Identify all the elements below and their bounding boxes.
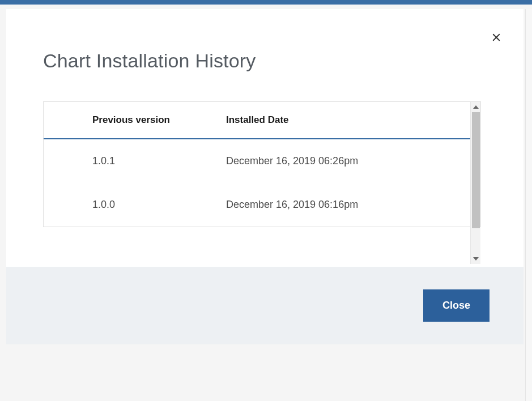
history-table-wrapper: Previous version Installed Date 1.0.1 De… xyxy=(43,101,481,227)
close-button[interactable]: Close xyxy=(423,289,490,322)
modal-title: Chart Installation History xyxy=(43,50,487,72)
table-row: 1.0.1 December 16, 2019 06:26pm xyxy=(44,139,480,183)
modal-body: Previous version Installed Date 1.0.1 De… xyxy=(6,72,524,267)
table-row: 1.0.0 December 16, 2019 06:16pm xyxy=(44,183,480,227)
table-header-row: Previous version Installed Date xyxy=(44,102,480,139)
chart-installation-history-modal: Chart Installation History Previous vers… xyxy=(6,9,524,344)
page-right-edge xyxy=(525,9,532,401)
cell-version: 1.0.0 xyxy=(44,183,225,227)
column-header-date: Installed Date xyxy=(225,102,480,139)
column-header-version: Previous version xyxy=(44,102,225,139)
scrollbar[interactable] xyxy=(470,102,480,264)
svg-marker-3 xyxy=(473,257,479,261)
scrollbar-up-icon[interactable] xyxy=(471,102,481,112)
scrollbar-thumb[interactable] xyxy=(472,112,480,228)
cell-version: 1.0.1 xyxy=(44,139,225,183)
cell-date: December 16, 2019 06:26pm xyxy=(225,139,480,183)
scrollbar-down-icon[interactable] xyxy=(471,254,481,264)
svg-marker-2 xyxy=(473,105,479,109)
history-table: Previous version Installed Date 1.0.1 De… xyxy=(44,102,480,227)
modal-footer: Close xyxy=(6,267,524,344)
top-accent-bar xyxy=(0,0,532,5)
modal-header: Chart Installation History xyxy=(6,9,524,72)
close-icon[interactable] xyxy=(491,32,502,43)
cell-date: December 16, 2019 06:16pm xyxy=(225,183,480,227)
